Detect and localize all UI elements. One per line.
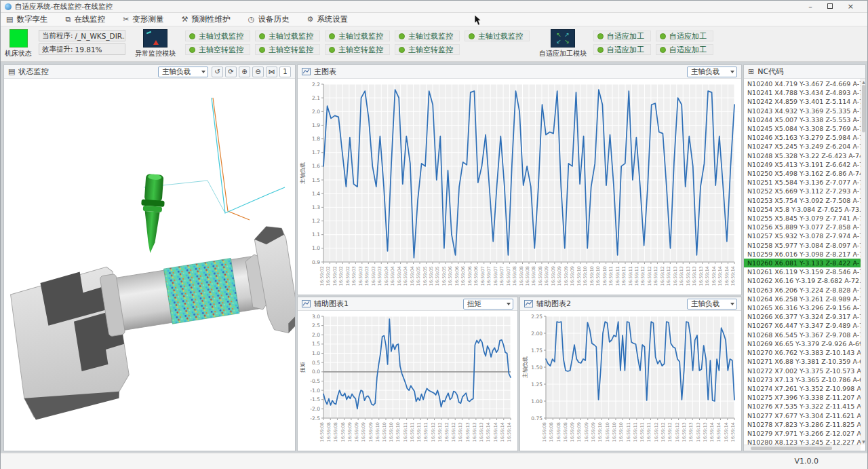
svg-text:16:59:14: 16:59:14 <box>493 422 498 442</box>
nc-line[interactable]: N10263 X6.206 Y-3.224 Z-8.828 A-72.33 C <box>744 286 861 295</box>
adaptive-machining-1[interactable]: 自适应加工 <box>593 31 651 41</box>
orbit-icon[interactable]: ⟳ <box>225 67 237 77</box>
menu-item-device-history[interactable]: ◷设备历史 <box>248 14 290 24</box>
aux-chart1-signal-value: 扭矩 <box>467 299 481 309</box>
nc-line[interactable]: N10259 X6.016 Y-3.098 Z-8.217 A-73.036 <box>744 250 861 259</box>
spindle-overload-monitor-2[interactable]: 主轴过载监控 <box>255 31 320 41</box>
nc-line[interactable]: N10271 X6.88 Y-3.381 Z-10.359 A-68.711 <box>744 357 861 366</box>
nc-line[interactable]: N10248 X5.328 Y-3.22 Z-6.423 A-74.52 C <box>744 151 861 160</box>
menu-item-system-settings[interactable]: ⚙系统设置 <box>307 14 348 24</box>
abnormal-monitor-module-icon[interactable] <box>143 29 167 48</box>
machined-surface-heatmap <box>163 259 239 324</box>
close-button[interactable]: × <box>848 3 854 10</box>
adaptive-machining-3[interactable]: 自适应加工 <box>593 44 651 55</box>
nc-line[interactable]: N10275 X7.396 Y-3.338 Z-11.207 A-65.95 <box>744 393 861 402</box>
viewer-signal-select[interactable]: 主轴负载 <box>158 67 208 77</box>
rotate-left-icon[interactable]: ↺ <box>212 67 223 77</box>
spindle-idle-monitor-3[interactable]: 主轴空转监控 <box>325 44 390 55</box>
nc-line[interactable]: N10277 X7.677 Y-3.304 Z-11.621 A-64.48 <box>744 411 861 420</box>
status-button-label: 主轴过载监控 <box>269 31 313 41</box>
spindle-idle-monitor-1[interactable]: 主轴空转监控 <box>185 44 250 55</box>
svg-text:16:59:14: 16:59:14 <box>730 266 736 286</box>
scroll-down-icon[interactable]: ▼ <box>861 439 865 444</box>
nc-vertical-scrollbar[interactable]: ▲ ▼ <box>861 79 865 445</box>
adaptive-machining-module-icon[interactable]: ↖↗↙↘ <box>551 29 575 48</box>
svg-text:0.75: 0.75 <box>531 415 542 421</box>
nc-line[interactable]: N10270 X6.762 Y-3.383 Z-10.143 A-69.34 <box>744 348 861 357</box>
spindle-idle-monitor-4[interactable]: 主轴空转监控 <box>395 44 460 55</box>
nc-line[interactable]: N10267 X6.447 Y-3.347 Z-9.489 A-71.055 <box>744 321 861 330</box>
nc-line[interactable]: N10252 X5.669 Y-3.112 Z-7.293 A-73.844 <box>744 187 861 195</box>
svg-text:16:59:02: 16:59:02 <box>345 266 351 286</box>
nc-line[interactable]: N10278 X7.823 Y-3.286 Z-11.825 A-63.73 <box>744 420 861 429</box>
nc-line[interactable]: N10249 X5.413 Y-3.191 Z-6.642 A-74.346 <box>744 160 861 169</box>
nc-line[interactable]: N10253 X5.754 Y-3.092 Z-7.508 A-73.677 <box>744 196 861 205</box>
nc-line[interactable]: N10242 X4.859 Y-3.401 Z-5.114 A-75.775 <box>744 97 861 106</box>
menu-item-deform-measure[interactable]: ✂变形测量 <box>123 14 163 24</box>
machine-3d-view[interactable] <box>4 79 295 451</box>
nc-line[interactable]: N10243 X4.932 Y-3.369 Z-5.335 A-75.523 <box>744 107 861 115</box>
nc-line[interactable]: N10280 X8.123 Y-3.245 Z-12.227 A-62.23 <box>744 438 861 445</box>
aux-chart1-signal-select[interactable]: 扭矩 <box>463 299 513 309</box>
nc-line[interactable]: N10266 X6.377 Y-3.324 Z-9.317 A-71.443 <box>744 312 861 321</box>
nc-line[interactable]: N10258 X5.977 Y-3.084 Z-8.097 A-73.138 <box>744 241 861 250</box>
chevron-down-icon <box>730 71 734 73</box>
nc-line[interactable]: N10241 X4.788 Y-3.434 Z-4.893 A-76.062 <box>744 88 861 97</box>
nc-line[interactable]: N10262 X6.16 Y-3.19 Z-8.682 A-72.534 C <box>744 276 861 285</box>
svg-text:16:59:08: 16:59:08 <box>333 422 338 442</box>
nc-line[interactable]: N10265 X6.316 Y-3.296 Z-9.156 A-71.771 <box>744 303 861 312</box>
view-number[interactable]: 1 <box>279 67 291 77</box>
main-chart-signal-select[interactable]: 主轴负载 <box>687 67 737 77</box>
menu-item-digital-twin[interactable]: ▤数字孪生 <box>6 14 47 24</box>
aux-chart2-signal-select[interactable]: 主轴负载 <box>687 299 737 309</box>
status-monitor-panel: ▤ 状态监控 主轴负载 ↺⟳⊕⊖⋈1 <box>3 64 296 451</box>
abnormal-monitor-module-label: 异常监控模块 <box>135 49 176 58</box>
nc-line[interactable]: N10279 X7.971 Y-3.266 Z-12.027 A-62.98 <box>744 429 861 438</box>
adaptive-machining-2[interactable]: 自适应加工 <box>656 31 713 41</box>
nc-line[interactable]: N10251 X5.584 Y-3.136 Z-7.077 A-74.012 <box>744 178 861 187</box>
spindle-overload-monitor-3[interactable]: 主轴过载监控 <box>325 31 390 41</box>
zoom-in-icon[interactable]: ⊕ <box>239 67 250 77</box>
nc-line[interactable]: N10250 X5.498 Y-3.162 Z-6.86 A-74.178 C <box>744 169 861 178</box>
nc-line[interactable]: N10261 X6.119 Y-3.159 Z-8.546 A-72.701 <box>744 267 861 276</box>
nc-line[interactable]: N10247 X5.245 Y-3.249 Z-6.204 A-74.701 <box>744 142 861 151</box>
spindle-idle-monitor-2[interactable]: 主轴空转监控 <box>255 44 320 55</box>
nc-line[interactable]: N10274 X7.261 Y-3.352 Z-10.998 A-66.67 <box>744 384 861 393</box>
nc-line[interactable]: N10254 X5.8 Y-3.084 Z-7.625 A-73.571 C <box>744 205 861 214</box>
status-dot-icon <box>189 47 195 53</box>
svg-text:16:59:09: 16:59:09 <box>347 422 353 442</box>
spindle-overload-monitor-1[interactable]: 主轴过载监控 <box>185 31 250 41</box>
minimize-button[interactable]: – <box>808 3 812 10</box>
svg-text:2.2: 2.2 <box>312 81 320 88</box>
svg-text:16:59:08: 16:59:08 <box>319 422 325 442</box>
zoom-out-icon[interactable]: ⊖ <box>252 67 264 77</box>
nc-line[interactable]: N10276 X7.535 Y-3.322 Z-11.415 A-65.22 <box>744 402 861 411</box>
nc-line[interactable]: N10264 X6.258 Y-3.261 Z-8.989 A-72.072 <box>744 295 861 303</box>
nc-line[interactable]: N10244 X5.007 Y-3.338 Z-5.553 A-75.297 <box>744 115 861 124</box>
nc-line[interactable]: N10240 X4.719 Y-3.467 Z-4.669 A-76.396 <box>744 79 861 88</box>
nc-horizontal-scrollbar[interactable] <box>744 445 861 451</box>
status-button-label: 自适应加工 <box>669 31 707 41</box>
nc-line[interactable]: N10273 X7.13 Y-3.365 Z-10.786 A-67.372 <box>744 375 861 384</box>
nc-line[interactable]: N10257 X5.932 Y-3.078 Z-7.974 A-73.243 <box>744 231 861 240</box>
nc-line[interactable]: N10256 X5.889 Y-3.077 Z-7.858 A-73.348 <box>744 223 861 231</box>
svg-text:2.5: 2.5 <box>312 322 320 329</box>
menu-item-predictive-maintenance[interactable]: ⚒预测性维护 <box>181 14 230 24</box>
nc-line[interactable]: N10272 X7.002 Y-3.375 Z-10.573 A-68.05 <box>744 367 861 375</box>
nc-code-list[interactable]: N10240 X4.719 Y-3.467 Z-4.669 A-76.396N1… <box>744 79 861 445</box>
fit-view-icon[interactable]: ⋈ <box>266 67 277 77</box>
spindle-overload-monitor-4[interactable]: 主轴过载监控 <box>395 31 460 41</box>
maximize-button[interactable] <box>827 3 833 10</box>
adaptive-machining-4[interactable]: 自适应加工 <box>656 44 713 55</box>
spindle-overload-monitor-5[interactable]: 主轴过载监控 <box>465 31 530 41</box>
nc-line-current[interactable]: N10260 X6.081 Y-3.133 Z-8.422 A-72.835 <box>744 259 861 267</box>
scroll-up-icon[interactable]: ▲ <box>861 79 865 84</box>
nc-line[interactable]: N10255 X5.845 Y-3.079 Z-7.741 A-73.458 <box>744 214 861 223</box>
menu-item-online-monitor[interactable]: ⧉在线监控 <box>65 14 105 24</box>
nc-line[interactable]: N10269 X6.65 Y-3.379 Z-9.926 A-69.947 C <box>744 339 861 348</box>
nc-line[interactable]: N10268 X6.545 Y-3.367 Z-9.708 A-70.519 <box>744 331 861 339</box>
nc-line[interactable]: N10245 X5.084 Y-3.308 Z-5.769 A-75.088 <box>744 124 861 133</box>
svg-text:16:59:08: 16:59:08 <box>519 266 524 286</box>
svg-text:16:59:12: 16:59:12 <box>660 422 666 442</box>
nc-line[interactable]: N10246 X5.163 Y-3.279 Z-5.984 A-74.892 <box>744 133 861 142</box>
